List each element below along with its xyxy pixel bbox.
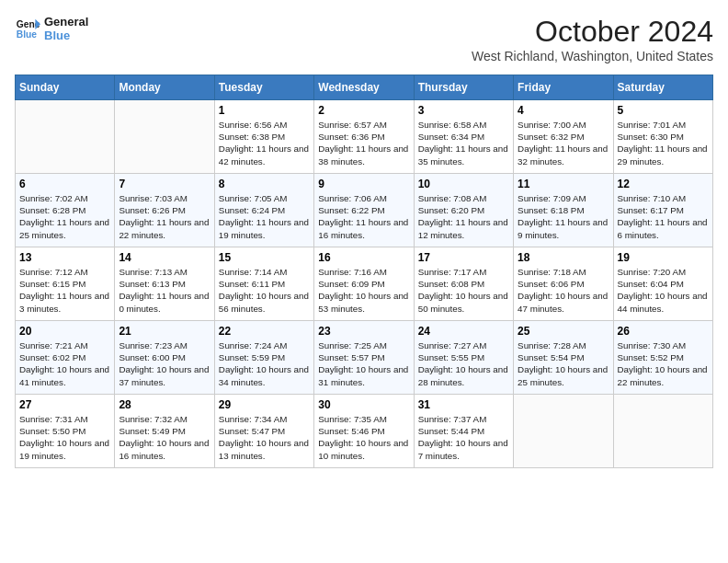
calendar-cell: 11Sunrise: 7:09 AM Sunset: 6:18 PM Dayli… [514,174,613,247]
day-number: 3 [418,104,509,117]
calendar-cell [115,100,214,174]
calendar-cell: 31Sunrise: 7:37 AM Sunset: 5:44 PM Dayli… [414,395,513,468]
calendar-cell: 15Sunrise: 7:14 AM Sunset: 6:11 PM Dayli… [214,247,313,321]
cell-info: Sunrise: 7:08 AM Sunset: 6:20 PM Dayligh… [418,192,509,241]
calendar-cell: 8Sunrise: 7:05 AM Sunset: 6:24 PM Daylig… [214,174,313,247]
cell-info: Sunrise: 7:09 AM Sunset: 6:18 PM Dayligh… [518,192,609,241]
day-number: 30 [318,398,409,411]
cell-info: Sunrise: 7:18 AM Sunset: 6:06 PM Dayligh… [518,266,609,315]
calendar-cell [514,395,613,468]
cell-info: Sunrise: 7:37 AM Sunset: 5:44 PM Dayligh… [418,413,509,462]
day-number: 10 [418,178,509,190]
weekday-header: Saturday [613,75,712,100]
cell-info: Sunrise: 7:02 AM Sunset: 6:28 PM Dayligh… [19,192,110,241]
weekday-header: Thursday [414,75,513,100]
cell-info: Sunrise: 7:17 AM Sunset: 6:08 PM Dayligh… [418,266,509,315]
calendar-cell: 12Sunrise: 7:10 AM Sunset: 6:17 PM Dayli… [613,174,712,247]
day-number: 9 [318,178,409,190]
cell-info: Sunrise: 7:23 AM Sunset: 6:00 PM Dayligh… [119,339,210,388]
day-number: 13 [19,251,110,264]
calendar-cell: 14Sunrise: 7:13 AM Sunset: 6:13 PM Dayli… [115,247,214,321]
day-number: 5 [618,104,709,117]
cell-info: Sunrise: 7:34 AM Sunset: 5:47 PM Dayligh… [219,413,310,462]
day-number: 18 [518,251,609,264]
day-number: 21 [119,325,210,338]
day-number: 14 [119,251,210,264]
calendar-cell: 9Sunrise: 7:06 AM Sunset: 6:22 PM Daylig… [314,174,414,247]
cell-info: Sunrise: 6:57 AM Sunset: 6:36 PM Dayligh… [318,119,409,167]
day-number: 15 [219,251,310,264]
calendar-cell: 3Sunrise: 6:58 AM Sunset: 6:34 PM Daylig… [414,100,513,174]
day-number: 6 [19,178,110,190]
cell-info: Sunrise: 7:16 AM Sunset: 6:09 PM Dayligh… [318,266,409,315]
calendar-cell: 2Sunrise: 6:57 AM Sunset: 6:36 PM Daylig… [314,100,414,174]
calendar-week-row: 1Sunrise: 6:56 AM Sunset: 6:38 PM Daylig… [16,100,713,174]
calendar-cell: 10Sunrise: 7:08 AM Sunset: 6:20 PM Dayli… [414,174,513,247]
calendar-cell: 7Sunrise: 7:03 AM Sunset: 6:26 PM Daylig… [115,174,214,247]
calendar-cell: 19Sunrise: 7:20 AM Sunset: 6:04 PM Dayli… [613,247,712,321]
cell-info: Sunrise: 7:30 AM Sunset: 5:52 PM Dayligh… [618,339,709,388]
day-number: 31 [418,398,509,411]
cell-info: Sunrise: 7:25 AM Sunset: 5:57 PM Dayligh… [318,339,409,388]
day-number: 8 [219,178,310,190]
svg-text:Blue: Blue [17,29,38,40]
weekday-header: Friday [514,75,613,100]
cell-info: Sunrise: 7:27 AM Sunset: 5:55 PM Dayligh… [418,339,509,388]
calendar-week-row: 27Sunrise: 7:31 AM Sunset: 5:50 PM Dayli… [16,395,713,468]
calendar-cell: 1Sunrise: 6:56 AM Sunset: 6:38 PM Daylig… [214,100,313,174]
day-number: 19 [618,251,709,264]
day-number: 17 [418,251,509,264]
calendar-cell: 24Sunrise: 7:27 AM Sunset: 5:55 PM Dayli… [414,321,513,395]
calendar-week-row: 20Sunrise: 7:21 AM Sunset: 6:02 PM Dayli… [16,321,713,395]
calendar-cell: 29Sunrise: 7:34 AM Sunset: 5:47 PM Dayli… [214,395,313,468]
cell-info: Sunrise: 7:06 AM Sunset: 6:22 PM Dayligh… [318,192,409,241]
day-number: 11 [518,178,609,190]
day-number: 16 [318,251,409,264]
cell-info: Sunrise: 6:58 AM Sunset: 6:34 PM Dayligh… [418,119,509,167]
calendar-cell: 25Sunrise: 7:28 AM Sunset: 5:54 PM Dayli… [514,321,613,395]
calendar-cell [613,395,712,468]
day-number: 27 [19,398,110,411]
logo: General Blue General Blue [15,15,88,42]
calendar-cell: 27Sunrise: 7:31 AM Sunset: 5:50 PM Dayli… [16,395,115,468]
calendar-cell: 30Sunrise: 7:35 AM Sunset: 5:46 PM Dayli… [314,395,414,468]
day-number: 4 [518,104,609,117]
calendar-cell: 23Sunrise: 7:25 AM Sunset: 5:57 PM Dayli… [314,321,414,395]
cell-info: Sunrise: 7:14 AM Sunset: 6:11 PM Dayligh… [219,266,310,315]
location-title: West Richland, Washington, United States [472,49,713,63]
day-number: 12 [618,178,709,190]
logo-icon: General Blue [15,16,40,41]
calendar-cell: 13Sunrise: 7:12 AM Sunset: 6:15 PM Dayli… [16,247,115,321]
calendar-cell: 18Sunrise: 7:18 AM Sunset: 6:06 PM Dayli… [514,247,613,321]
weekday-header: Tuesday [214,75,313,100]
weekday-header-row: SundayMondayTuesdayWednesdayThursdayFrid… [16,75,713,100]
title-block: October 2024 West Richland, Washington, … [472,15,713,63]
cell-info: Sunrise: 7:01 AM Sunset: 6:30 PM Dayligh… [618,119,709,167]
cell-info: Sunrise: 7:31 AM Sunset: 5:50 PM Dayligh… [19,413,110,462]
day-number: 7 [119,178,210,190]
calendar-cell: 16Sunrise: 7:16 AM Sunset: 6:09 PM Dayli… [314,247,414,321]
calendar-cell: 22Sunrise: 7:24 AM Sunset: 5:59 PM Dayli… [214,321,313,395]
day-number: 20 [19,325,110,338]
cell-info: Sunrise: 7:00 AM Sunset: 6:32 PM Dayligh… [518,119,609,167]
calendar-cell: 4Sunrise: 7:00 AM Sunset: 6:32 PM Daylig… [514,100,613,174]
calendar-cell: 21Sunrise: 7:23 AM Sunset: 6:00 PM Dayli… [115,321,214,395]
day-number: 24 [418,325,509,338]
calendar-cell: 5Sunrise: 7:01 AM Sunset: 6:30 PM Daylig… [613,100,712,174]
logo-line1: General [44,15,88,29]
day-number: 1 [219,104,310,117]
cell-info: Sunrise: 7:21 AM Sunset: 6:02 PM Dayligh… [19,339,110,388]
cell-info: Sunrise: 7:32 AM Sunset: 5:49 PM Dayligh… [119,413,210,462]
day-number: 28 [119,398,210,411]
day-number: 29 [219,398,310,411]
page-header: General Blue General Blue October 2024 W… [15,15,713,63]
cell-info: Sunrise: 7:20 AM Sunset: 6:04 PM Dayligh… [618,266,709,315]
cell-info: Sunrise: 7:13 AM Sunset: 6:13 PM Dayligh… [119,266,210,315]
weekday-header: Monday [115,75,214,100]
cell-info: Sunrise: 7:35 AM Sunset: 5:46 PM Dayligh… [318,413,409,462]
calendar-cell: 28Sunrise: 7:32 AM Sunset: 5:49 PM Dayli… [115,395,214,468]
day-number: 25 [518,325,609,338]
cell-info: Sunrise: 7:03 AM Sunset: 6:26 PM Dayligh… [119,192,210,241]
calendar-cell: 26Sunrise: 7:30 AM Sunset: 5:52 PM Dayli… [613,321,712,395]
calendar-table: SundayMondayTuesdayWednesdayThursdayFrid… [15,75,713,468]
